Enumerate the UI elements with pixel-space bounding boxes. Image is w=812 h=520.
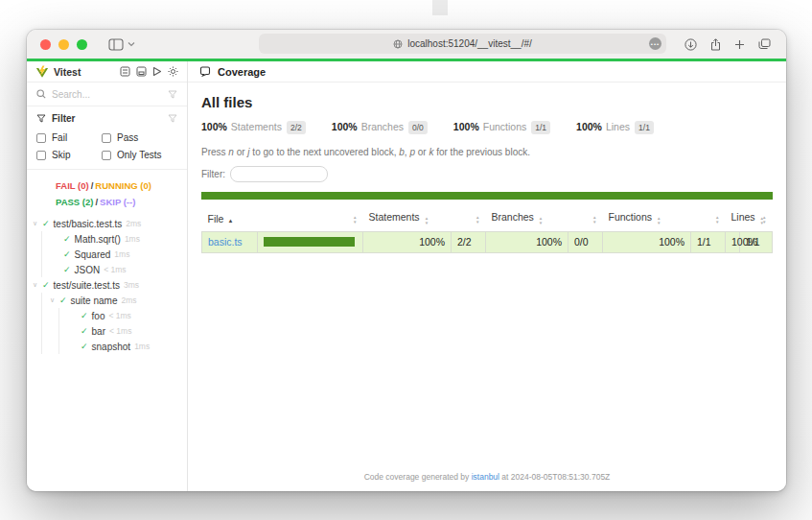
- file-link[interactable]: basic.ts: [208, 236, 243, 248]
- checkbox-pass[interactable]: [102, 133, 111, 143]
- traffic-lights: [40, 39, 87, 50]
- tree-item-suite-test[interactable]: ∨ ✓ test/suite.test.ts3ms: [33, 277, 187, 293]
- search-input[interactable]: [52, 89, 148, 100]
- column-header-functions[interactable]: Functions▲▼: [603, 206, 691, 231]
- close-window-icon[interactable]: [40, 39, 51, 50]
- tree-item-math-sqrt[interactable]: ✓ Math.sqrt()1ms: [50, 231, 187, 247]
- tree-item-json[interactable]: ✓ JSON< 1ms: [50, 262, 187, 277]
- metric-statements: 100%Statements2/2: [201, 121, 306, 132]
- share-icon[interactable]: [710, 38, 721, 51]
- tree-item-snapshot[interactable]: ✓ snapshot1ms: [67, 339, 187, 354]
- browser-titlebar: localhost:51204/__vitest__/#/ •••: [27, 30, 786, 59]
- pass-check-icon: ✓: [42, 280, 50, 290]
- sidebar-toggle-icon[interactable]: [108, 38, 124, 51]
- dashboard-icon[interactable]: [120, 66, 130, 77]
- background-artifact: [432, 0, 448, 15]
- fail-count: FAIL (0): [56, 180, 89, 191]
- chevron-down-icon[interactable]: ∨: [50, 296, 58, 304]
- lines-pct-cell: 100%: [726, 231, 740, 252]
- page-settings-icon[interactable]: •••: [649, 37, 661, 50]
- site-security-icon: [393, 39, 403, 49]
- downloads-icon[interactable]: [684, 38, 697, 51]
- sort-icon[interactable]: ▲▼: [539, 217, 543, 226]
- chevron-down-icon[interactable]: ∨: [33, 220, 40, 227]
- main-panel: Coverage All files 100%Statements2/2 100…: [188, 61, 786, 491]
- sidebar-header: Vitest: [27, 61, 187, 83]
- page-title: Coverage: [218, 66, 266, 78]
- clear-filter-icon[interactable]: [168, 114, 177, 123]
- metric-functions: 100%Functions1/1: [453, 121, 550, 132]
- coverage-header: Coverage: [188, 61, 786, 83]
- filter-option-pass[interactable]: Pass: [102, 132, 177, 143]
- filter-option-fail[interactable]: Fail: [36, 132, 96, 143]
- tree-item-foo[interactable]: ✓ foo< 1ms: [67, 308, 187, 323]
- sort-icon[interactable]: ▲▼: [476, 216, 479, 225]
- address-bar[interactable]: localhost:51204/__vitest__/#/ •••: [259, 34, 666, 54]
- chevron-down-icon[interactable]: [128, 41, 135, 47]
- column-header-chart[interactable]: ▲▼: [258, 206, 363, 231]
- statements-pct-cell: 100%: [363, 231, 452, 252]
- keyboard-help-text: Press n or j to go to the next uncovered…: [201, 147, 773, 157]
- test-file-tree: ∨ ✓ test/basic.test.ts2ms ✓ Math.sqrt()1…: [27, 213, 187, 354]
- sort-icon[interactable]: ▲▼: [760, 217, 764, 226]
- app-title: Vitest: [54, 66, 81, 78]
- sort-icon[interactable]: ▲▼: [353, 216, 357, 225]
- column-header-statements-raw[interactable]: ▲▼: [452, 206, 486, 231]
- tab-overview-icon[interactable]: [758, 38, 771, 50]
- skip-count: SKIP (--): [100, 197, 135, 207]
- running-count: RUNNING (0): [95, 180, 151, 191]
- sidebar: Vitest: [27, 61, 188, 491]
- clear-search-icon[interactable]: [168, 90, 177, 99]
- column-header-file[interactable]: File▲: [202, 206, 258, 231]
- theme-toggle-icon[interactable]: [168, 66, 178, 77]
- run-all-icon[interactable]: [152, 66, 162, 77]
- search-row: [27, 83, 187, 106]
- pass-check-icon: ✓: [63, 234, 71, 244]
- table-filter-input[interactable]: [230, 166, 328, 182]
- desktop-background: localhost:51204/__vitest__/#/ •••: [0, 0, 812, 520]
- minimize-window-icon[interactable]: [58, 39, 69, 50]
- metric-branches: 100%Branches0/0: [332, 121, 428, 132]
- chevron-down-icon[interactable]: ∨: [33, 281, 40, 289]
- filter-section: Filter Fail: [27, 106, 187, 170]
- sort-icon[interactable]: ▲▼: [592, 216, 596, 225]
- url-text: localhost:51204/__vitest__/#/: [407, 38, 532, 49]
- zoom-window-icon[interactable]: [77, 39, 87, 50]
- table-row: basic.ts 100% 2/2 100% 0/0 100% 1/1: [202, 231, 773, 252]
- browser-window: localhost:51204/__vitest__/#/ •••: [27, 30, 786, 491]
- column-header-branches-raw[interactable]: ▲▼: [568, 206, 603, 231]
- metric-lines: 100%Lines1/1: [576, 121, 654, 132]
- column-header-branches[interactable]: Branches▲▼: [486, 206, 568, 231]
- new-tab-icon[interactable]: [734, 39, 745, 50]
- tree-item-bar[interactable]: ✓ bar< 1ms: [67, 323, 187, 339]
- filter-option-skip[interactable]: Skip: [36, 150, 96, 160]
- sort-icon[interactable]: ▲▼: [425, 217, 429, 226]
- coverage-status-line: [201, 192, 773, 200]
- sort-icon[interactable]: ▲▼: [657, 217, 661, 226]
- filter-option-only-tests[interactable]: Only Tests: [102, 150, 177, 160]
- checkbox-fail[interactable]: [36, 133, 46, 143]
- sort-asc-icon: ▲: [227, 218, 233, 224]
- column-header-functions-raw[interactable]: ▲▼: [691, 206, 726, 231]
- fraction-badge: 1/1: [635, 121, 654, 134]
- fraction-badge: 1/1: [531, 121, 550, 134]
- coverage-table: File▲ ▲▼ Statements▲▼ ▲▼ Branches▲▼ ▲▼ F…: [201, 206, 773, 253]
- checkbox-skip[interactable]: [36, 151, 46, 160]
- tree-item-squared[interactable]: ✓ Squared1ms: [50, 247, 187, 262]
- tree-item-basic-test[interactable]: ∨ ✓ test/basic.test.ts2ms: [33, 216, 187, 231]
- fraction-badge: 0/0: [408, 121, 428, 134]
- coverage-report: All files 100%Statements2/2 100%Branches…: [188, 83, 786, 491]
- pass-count: PASS (2): [56, 197, 93, 207]
- filter-title: Filter: [52, 113, 75, 124]
- file-cell: basic.ts: [202, 231, 258, 252]
- pass-check-icon: ✓: [81, 342, 88, 351]
- tree-item-suite-name[interactable]: ∨ ✓ suite name2ms: [50, 293, 187, 308]
- sort-icon[interactable]: ▲▼: [715, 216, 719, 225]
- report-footer: Code coverage generated by istanbul at 2…: [201, 469, 773, 485]
- coverage-bar-fill: [264, 237, 355, 247]
- column-header-statements[interactable]: Statements▲▼: [363, 206, 452, 231]
- checkbox-only-tests[interactable]: [102, 151, 111, 160]
- column-header-lines[interactable]: Lines▲▼: [726, 206, 740, 231]
- istanbul-link[interactable]: istanbul: [472, 472, 499, 482]
- console-panel-icon[interactable]: [136, 66, 147, 77]
